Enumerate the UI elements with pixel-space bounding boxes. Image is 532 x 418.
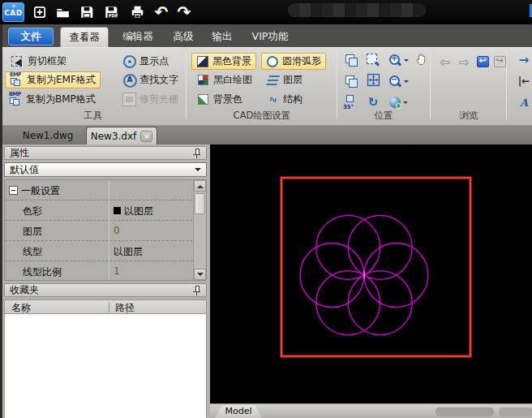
collapse-icon[interactable] bbox=[9, 186, 18, 195]
redo-icon: ↷ bbox=[178, 3, 191, 21]
copy-pages-icon bbox=[345, 75, 358, 88]
properties-panel-header[interactable]: 属性 bbox=[4, 146, 207, 160]
print-icon bbox=[130, 5, 145, 19]
doc-tab-new1[interactable]: New1.dwg bbox=[13, 130, 83, 141]
document-tab-bar: New1.dwg New3.dxf × bbox=[0, 126, 532, 144]
measure-arrow-button[interactable]: → bbox=[514, 51, 532, 69]
triangle-up-icon bbox=[197, 182, 204, 188]
center-mark bbox=[363, 271, 365, 279]
group-label-tools: 工具 bbox=[0, 110, 186, 123]
open-file-button[interactable] bbox=[52, 2, 73, 22]
pan-button[interactable] bbox=[412, 51, 431, 69]
properties-grid: 一般设置 色彩 以图层 图层 0 线型 以图层 线型比例 1 bbox=[4, 179, 207, 281]
pin-icon[interactable] bbox=[192, 148, 201, 158]
favorites-list[interactable] bbox=[4, 314, 207, 418]
zoom-window-button[interactable] bbox=[363, 51, 383, 69]
copy-view-button[interactable] bbox=[341, 72, 361, 90]
doc-tab-new3[interactable]: New3.dxf × bbox=[86, 127, 157, 144]
measure-distance-button[interactable]: |← bbox=[514, 72, 532, 90]
refresh-view-button[interactable]: ↻ bbox=[363, 93, 383, 111]
save-as-pdf-button[interactable]: PDF bbox=[101, 2, 122, 22]
tab-advanced[interactable]: 高级 bbox=[165, 28, 201, 45]
menu-bar: 文件 查看器 编辑器 高级 输出 VIP功能 bbox=[0, 24, 532, 47]
smooth-arc-icon bbox=[267, 56, 278, 67]
smooth-arc-button[interactable]: 圆滑弧形 bbox=[261, 53, 326, 70]
scroll-up-button[interactable] bbox=[194, 180, 206, 192]
layers-button[interactable]: 图层 bbox=[262, 71, 307, 88]
copy-emf-icon: EMF bbox=[10, 73, 24, 87]
background-color-button[interactable]: 背景色 bbox=[192, 91, 247, 108]
browse-forward-button[interactable]: ⇨ bbox=[454, 53, 474, 71]
save-button[interactable] bbox=[76, 2, 97, 22]
zoom-in-button[interactable]: + bbox=[385, 51, 411, 69]
group-label-cad-settings: CAD绘图设置 bbox=[187, 110, 337, 123]
measure-text-button[interactable]: A bbox=[514, 93, 532, 111]
chevron-down-icon bbox=[404, 59, 409, 64]
new-file-button[interactable] bbox=[29, 2, 50, 22]
refresh-icon: ↻ bbox=[368, 95, 379, 110]
cut-frame-button[interactable]: 剪切框架 bbox=[6, 53, 71, 70]
cut-frame-icon bbox=[11, 54, 24, 68]
bw-drawing-button[interactable]: 黑白绘图 bbox=[192, 71, 256, 88]
tab-file[interactable]: 文件 bbox=[8, 28, 54, 45]
copy-bmp-button[interactable]: BMP 复制为BMP格式 bbox=[5, 91, 100, 108]
tab-editor[interactable]: 编辑器 bbox=[115, 28, 161, 45]
structure-button[interactable]: ∿ 结构 bbox=[262, 91, 307, 108]
open-folder-icon bbox=[55, 5, 71, 19]
property-row-layer[interactable]: 图层 0 bbox=[5, 221, 193, 241]
redo-button[interactable]: ↷ bbox=[174, 2, 195, 22]
rotate-35-button[interactable]: 35° bbox=[341, 93, 361, 111]
trim-raster-icon bbox=[122, 93, 136, 106]
column-divider bbox=[109, 302, 109, 312]
show-points-icon bbox=[122, 54, 136, 68]
section-row-general[interactable]: 一般设置 bbox=[5, 180, 193, 200]
undo-button[interactable]: ↶ bbox=[151, 2, 172, 22]
find-text-button[interactable]: 查找文字 bbox=[118, 71, 182, 88]
zoom-out-button[interactable]: − bbox=[385, 72, 411, 90]
show-points-button[interactable]: 显示点 bbox=[118, 53, 173, 70]
black-background-icon bbox=[197, 56, 208, 67]
copy-bmp-icon: BMP bbox=[9, 93, 23, 106]
zoom-window-icon bbox=[367, 54, 380, 67]
tab-viewer[interactable]: 查看器 bbox=[60, 27, 109, 47]
window-frame bbox=[0, 24, 2, 418]
trim-raster-button[interactable]: 修剪光栅 bbox=[118, 91, 182, 108]
rotate-view-button[interactable] bbox=[341, 51, 361, 69]
copy-emf-button[interactable]: EMF 复制为EMF格式 bbox=[5, 71, 101, 88]
pin-icon[interactable] bbox=[192, 285, 201, 295]
ribbon-separator bbox=[337, 51, 337, 119]
favorites-panel-header[interactable]: 收藏夹 bbox=[4, 283, 207, 297]
preset-dropdown[interactable]: 默认值 bbox=[4, 162, 207, 177]
close-tab-icon[interactable]: × bbox=[140, 131, 152, 142]
tab-output[interactable]: 输出 bbox=[204, 28, 240, 45]
fit-extents-button[interactable] bbox=[363, 72, 383, 90]
property-row-linetype[interactable]: 线型 以图层 bbox=[5, 241, 193, 261]
preset-value: 默认值 bbox=[10, 163, 39, 177]
section-label: 一般设置 bbox=[21, 184, 60, 198]
scroll-down-button[interactable] bbox=[194, 269, 206, 280]
structure-icon: ∿ bbox=[264, 91, 282, 109]
print-button[interactable] bbox=[127, 2, 148, 22]
scrollbar-thumb[interactable] bbox=[195, 193, 205, 214]
group-label-position: 位置 bbox=[339, 110, 428, 123]
column-path[interactable]: 路径 bbox=[115, 301, 135, 315]
sphere-icon bbox=[389, 97, 401, 108]
red-rectangle bbox=[281, 178, 470, 356]
property-row-color[interactable]: 色彩 以图层 bbox=[5, 200, 193, 221]
properties-title: 属性 bbox=[10, 146, 29, 160]
black-background-button[interactable]: 黑色背景 bbox=[191, 53, 256, 70]
tab-vip[interactable]: VIP功能 bbox=[243, 28, 297, 45]
save-icon bbox=[79, 5, 94, 19]
drawing-canvas[interactable] bbox=[210, 144, 532, 403]
letter-a-icon: A bbox=[520, 97, 528, 109]
app-window: + CAD PDF ↶ bbox=[0, 0, 532, 418]
zoom-3d-button[interactable] bbox=[385, 93, 411, 111]
scrollbar[interactable] bbox=[193, 180, 206, 280]
column-name[interactable]: 名称 bbox=[11, 301, 31, 315]
model-tab[interactable]: Model bbox=[215, 405, 262, 418]
app-logo[interactable]: + CAD bbox=[2, 2, 24, 22]
crosshair-icon: + bbox=[3, 3, 24, 9]
property-row-linetype-scale[interactable]: 线型比例 1 bbox=[5, 261, 193, 282]
ribbon-separator bbox=[506, 51, 507, 119]
browse-back-button[interactable]: ⇦ bbox=[435, 53, 455, 71]
